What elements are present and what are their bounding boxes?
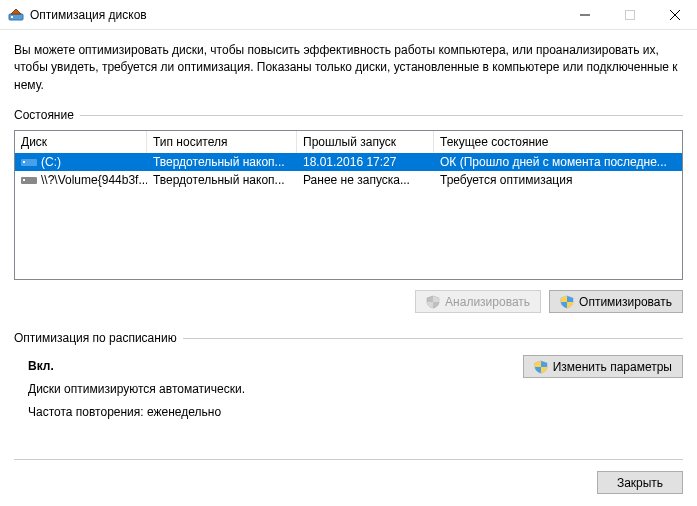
listview-header: Диск Тип носителя Прошлый запуск Текущее… xyxy=(15,131,682,153)
schedule-section-label: Оптимизация по расписанию xyxy=(14,331,683,345)
maximize-button[interactable] xyxy=(607,0,652,29)
app-icon xyxy=(8,7,24,23)
state-label: Состояние xyxy=(14,108,74,122)
drives-listview[interactable]: Диск Тип носителя Прошлый запуск Текущее… xyxy=(14,130,683,280)
schedule-on: Вкл. xyxy=(28,355,523,378)
cell-lastrun: Ранее не запуска... xyxy=(297,173,434,187)
drive-icon xyxy=(21,174,37,186)
state-section-label: Состояние xyxy=(14,108,683,122)
col-disk[interactable]: Диск xyxy=(15,131,147,153)
intro-text: Вы можете оптимизировать диски, чтобы по… xyxy=(14,42,683,94)
optimize-button[interactable]: Оптимизировать xyxy=(549,290,683,313)
table-row[interactable]: \\?\Volume{944b3f...Твердотельный накоп.… xyxy=(15,171,682,189)
shield-icon xyxy=(560,295,574,309)
shield-icon xyxy=(426,295,440,309)
footer-divider xyxy=(14,459,683,460)
cell-status: Требуется оптимизация xyxy=(434,173,682,187)
cell-status: ОК (Прошло дней с момента последне... xyxy=(434,155,682,169)
close-label: Закрыть xyxy=(617,476,663,490)
schedule-text: Вкл. Диски оптимизируются автоматически.… xyxy=(28,355,523,423)
col-media[interactable]: Тип носителя xyxy=(147,131,297,153)
close-button[interactable] xyxy=(652,0,697,29)
svg-rect-1 xyxy=(11,16,13,18)
minimize-button[interactable] xyxy=(562,0,607,29)
col-lastrun[interactable]: Прошлый запуск xyxy=(297,131,434,153)
svg-rect-9 xyxy=(23,179,25,181)
svg-rect-3 xyxy=(625,10,634,19)
table-row[interactable]: (C:)Твердотельный накоп...18.01.2016 17:… xyxy=(15,153,682,171)
cell-media: Твердотельный накоп... xyxy=(147,173,297,187)
close-page-button[interactable]: Закрыть xyxy=(597,471,683,494)
cell-disk: (C:) xyxy=(41,155,61,169)
titlebar: Оптимизация дисков xyxy=(0,0,697,30)
schedule-line2: Частота повторения: еженедельно xyxy=(28,401,523,424)
optimize-label: Оптимизировать xyxy=(579,295,672,309)
svg-rect-7 xyxy=(23,161,25,163)
cell-disk: \\?\Volume{944b3f... xyxy=(41,173,147,187)
divider xyxy=(183,338,683,339)
schedule-heading: Оптимизация по расписанию xyxy=(14,331,177,345)
analyze-button: Анализировать xyxy=(415,290,541,313)
window-controls xyxy=(562,0,697,29)
schedule-line1: Диски оптимизируются автоматически. xyxy=(28,378,523,401)
cell-lastrun: 18.01.2016 17:27 xyxy=(297,155,434,169)
col-status[interactable]: Текущее состояние xyxy=(434,131,682,153)
divider xyxy=(80,115,683,116)
change-settings-button[interactable]: Изменить параметры xyxy=(523,355,683,378)
drive-icon xyxy=(21,156,37,168)
change-settings-label: Изменить параметры xyxy=(553,360,672,374)
cell-media: Твердотельный накоп... xyxy=(147,155,297,169)
shield-icon xyxy=(534,360,548,374)
window-title: Оптимизация дисков xyxy=(30,8,562,22)
analyze-label: Анализировать xyxy=(445,295,530,309)
